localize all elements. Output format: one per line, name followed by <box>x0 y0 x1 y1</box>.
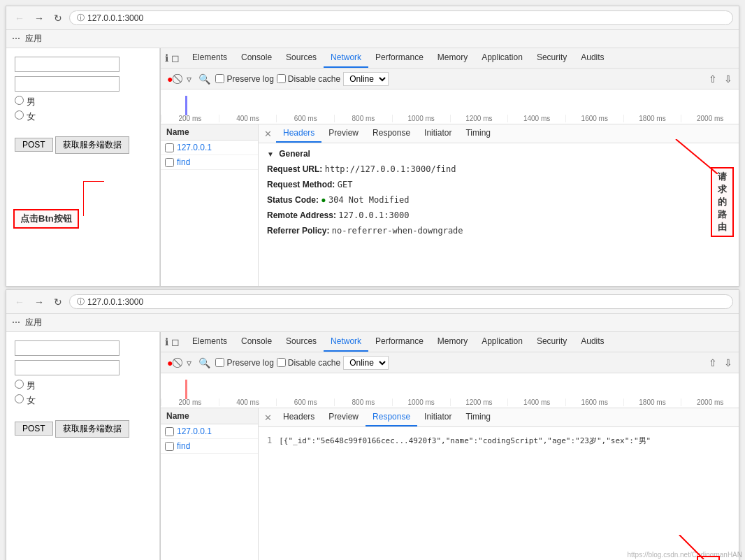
devtools-panel-2: ℹ ◻ Elements Console Sources Network Per… <box>160 332 739 560</box>
tab-application-1[interactable]: Application <box>475 48 530 68</box>
disable-cache-label-2[interactable]: Disable cache <box>277 358 340 368</box>
network-item-find-2[interactable]: find <box>161 439 258 454</box>
back-button-1[interactable]: ← <box>12 11 27 25</box>
tl-600-1: 600 ms <box>276 115 334 122</box>
network-item-find-1[interactable]: find <box>161 155 258 170</box>
post-button-2[interactable]: POST <box>15 422 53 436</box>
throttle-select-1[interactable]: Online <box>343 72 389 86</box>
upload-icon-2[interactable]: ⇧ <box>707 356 719 370</box>
timeline-bar-2 <box>185 380 187 399</box>
devtools-icon-cursor-2[interactable]: ℹ <box>165 336 168 347</box>
disable-cache-label-1[interactable]: Disable cache <box>277 74 340 84</box>
post-button-1[interactable]: POST <box>15 138 53 152</box>
radio-female-1[interactable]: 女 <box>15 110 151 123</box>
upload-icon-1[interactable]: ⇧ <box>707 72 719 86</box>
network-item-checkbox-root-2[interactable] <box>165 427 174 436</box>
preserve-log-label-2[interactable]: Preserve log <box>215 358 273 368</box>
input-field-1[interactable] <box>15 57 120 72</box>
filter-button-1[interactable]: ▿ <box>185 72 194 86</box>
detail-tab-initiator-2[interactable]: Initiator <box>417 408 458 426</box>
preserve-log-label-1[interactable]: Preserve log <box>215 74 273 84</box>
remote-address-value-1: 127.0.0.1:3000 <box>338 210 409 220</box>
status-code-row-1: Status Code: ● 304 Not Modified <box>267 194 730 206</box>
tab-memory-1[interactable]: Memory <box>431 48 475 68</box>
disable-cache-checkbox-1[interactable] <box>277 74 286 83</box>
network-item-root-2[interactable]: 127.0.0.1 <box>161 424 258 439</box>
preserve-log-checkbox-2[interactable] <box>215 358 224 367</box>
radio-male-input-2[interactable] <box>15 380 24 389</box>
tab-console-1[interactable]: Console <box>234 48 279 68</box>
tab-security-2[interactable]: Security <box>530 332 574 352</box>
back-button-2[interactable]: ← <box>12 295 27 309</box>
input-field-2[interactable] <box>15 76 120 92</box>
throttle-select-2[interactable]: Online <box>343 356 389 370</box>
record-button-2[interactable]: ● <box>165 356 175 370</box>
radio-male-1[interactable]: 男 <box>15 96 151 108</box>
address-bar-2[interactable]: ⓘ 127.0.0.1:3000 <box>69 294 733 309</box>
search-button-2[interactable]: 🔍 <box>196 356 212 370</box>
forward-button-2[interactable]: → <box>31 295 47 309</box>
tab-performance-2[interactable]: Performance <box>368 332 431 352</box>
bookmarks-bar-1: ⋯ 应用 <box>6 30 739 48</box>
tab-elements-1[interactable]: Elements <box>185 48 234 68</box>
detail-tab-headers-2[interactable]: Headers <box>276 408 321 426</box>
tab-sources-2[interactable]: Sources <box>279 332 324 352</box>
radio-male-2[interactable]: 男 <box>15 380 151 392</box>
close-detail-2[interactable]: ✕ <box>264 412 272 423</box>
radio-female-input-1[interactable] <box>15 110 24 120</box>
tl-200-2: 200 ms <box>161 399 219 406</box>
devtools-icon-cursor-1[interactable]: ℹ <box>165 52 168 64</box>
search-button-1[interactable]: 🔍 <box>196 72 212 86</box>
devtools-icon-box-1[interactable]: ◻ <box>171 52 180 64</box>
preserve-log-checkbox-1[interactable] <box>215 74 224 83</box>
radio-female-2[interactable]: 女 <box>15 394 151 407</box>
radio-male-input-1[interactable] <box>15 96 24 105</box>
detail-tab-timing-2[interactable]: Timing <box>458 408 498 426</box>
tab-sources-1[interactable]: Sources <box>279 48 324 68</box>
network-item-checkbox-find-1[interactable] <box>165 158 174 167</box>
address-bar-1[interactable]: ⓘ 127.0.0.1:3000 <box>69 10 733 25</box>
detail-tab-response-2[interactable]: Response <box>366 408 417 426</box>
fetch-button-1[interactable]: 获取服务端数据 <box>55 136 129 154</box>
tab-audits-1[interactable]: Audits <box>574 48 611 68</box>
tab-console-2[interactable]: Console <box>234 332 279 352</box>
tab-network-2[interactable]: Network <box>324 332 368 352</box>
input-field-3[interactable] <box>15 340 120 356</box>
filter-button-2[interactable]: ▿ <box>185 356 194 370</box>
radio-female-input-2[interactable] <box>15 394 24 403</box>
detail-tab-timing-1[interactable]: Timing <box>458 124 498 143</box>
tl-1200-1: 1200 ms <box>450 115 508 122</box>
clear-button-1[interactable]: ⃠ <box>178 71 182 86</box>
input-field-4[interactable] <box>15 360 120 375</box>
record-button-1[interactable]: ● <box>165 72 175 86</box>
annotation-arrow-1 <box>83 181 125 216</box>
devtools-icon-box-2[interactable]: ◻ <box>171 336 180 347</box>
tab-performance-1[interactable]: Performance <box>368 48 431 68</box>
preserve-log-text-1: Preserve log <box>226 74 273 84</box>
disable-cache-checkbox-2[interactable] <box>277 358 286 367</box>
reload-button-1[interactable]: ↻ <box>51 11 65 25</box>
tab-application-2[interactable]: Application <box>475 332 530 352</box>
download-icon-1[interactable]: ⇩ <box>722 72 735 86</box>
fetch-button-2[interactable]: 获取服务端数据 <box>55 420 129 438</box>
tab-memory-2[interactable]: Memory <box>431 332 475 352</box>
network-item-checkbox-find-2[interactable] <box>165 442 174 451</box>
tl-1000-1: 1000 ms <box>392 115 450 122</box>
tab-network-1[interactable]: Network <box>324 48 368 68</box>
detail-tab-response-1[interactable]: Response <box>366 124 417 143</box>
detail-tab-preview-1[interactable]: Preview <box>321 124 366 143</box>
detail-tab-initiator-1[interactable]: Initiator <box>417 124 458 143</box>
network-item-checkbox-root-1[interactable] <box>165 143 174 152</box>
svg-line-3 <box>679 535 704 559</box>
detail-tab-headers-1[interactable]: Headers <box>276 124 321 143</box>
tab-audits-2[interactable]: Audits <box>574 332 611 352</box>
forward-button-1[interactable]: → <box>31 11 47 25</box>
reload-button-2[interactable]: ↻ <box>51 295 65 309</box>
download-icon-2[interactable]: ⇩ <box>722 356 735 370</box>
tab-security-1[interactable]: Security <box>530 48 574 68</box>
network-item-root-1[interactable]: 127.0.0.1 <box>161 141 258 155</box>
close-detail-1[interactable]: ✕ <box>264 129 272 139</box>
clear-button-2[interactable]: ⃠ <box>178 355 182 370</box>
detail-tab-preview-2[interactable]: Preview <box>321 408 366 426</box>
tab-elements-2[interactable]: Elements <box>185 332 234 352</box>
